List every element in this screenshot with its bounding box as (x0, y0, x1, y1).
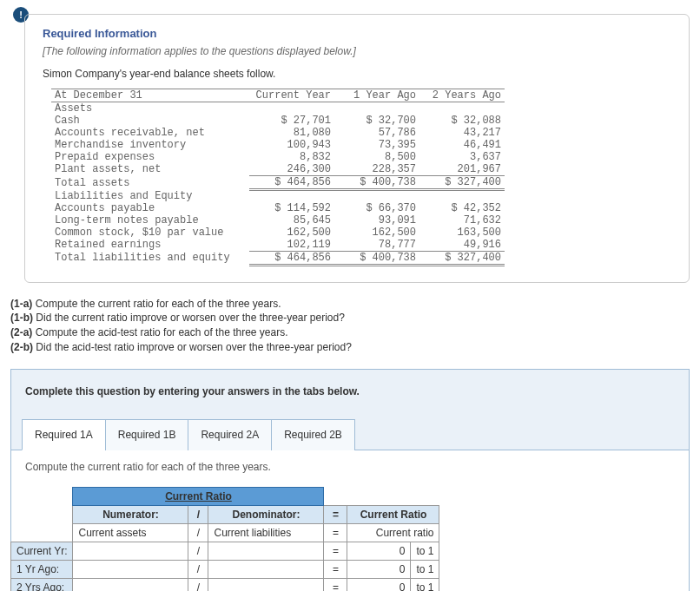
row-label: Merchandise inventory (51, 139, 249, 151)
to-1-label: to 1 (411, 542, 439, 560)
cell: 8,832 (249, 151, 334, 163)
cell: $ 327,400 (419, 251, 505, 265)
equals-cell: = (324, 523, 347, 542)
numerator-input[interactable] (73, 560, 188, 578)
denominator-input[interactable] (208, 542, 324, 560)
cell: 228,357 (334, 163, 419, 176)
row-current-yr: Current Yr: (11, 542, 73, 560)
question-1b: (1-b) Did the current ratio improve or w… (10, 311, 690, 325)
row-label: Total assets (51, 176, 249, 190)
result-label-cell: Current ratio (347, 523, 439, 542)
numerator-label-cell[interactable]: Current assets (73, 523, 188, 542)
cell: 57,786 (334, 127, 419, 139)
answer-instruction: Complete this question by entering your … (11, 385, 689, 413)
result-value: 0 (347, 578, 411, 591)
required-subtitle: [The following information applies to th… (43, 45, 671, 57)
slash-cell: / (188, 560, 208, 578)
row-label: Prepaid expenses (51, 151, 249, 163)
intro-text: Simon Company's year-end balance sheets … (43, 68, 671, 80)
cell: 201,967 (419, 163, 505, 176)
cell: $ 400,738 (334, 251, 419, 265)
result-header: Current Ratio (347, 505, 439, 523)
question-2a: (2-a) Compute the acid-test ratio for ea… (10, 325, 690, 340)
col-header: At December 31 (51, 89, 249, 102)
numerator-header: Numerator: (73, 505, 188, 523)
cell: 100,943 (249, 139, 334, 151)
balance-sheet-table: At December 31 Current Year 1 Year Ago 2… (51, 89, 505, 266)
col-header: 1 Year Ago (334, 89, 419, 102)
cell: 8,500 (334, 151, 419, 163)
ratio-title: Current Ratio (73, 487, 324, 505)
cell: 73,395 (334, 139, 419, 151)
cell: $ 66,370 (334, 202, 419, 214)
equals-cell: = (324, 578, 347, 591)
row-label: Cash (51, 115, 249, 127)
row-label: Long-term notes payable (51, 214, 249, 227)
result-value: 0 (347, 560, 411, 578)
cell: 49,916 (419, 239, 505, 252)
result-value: 0 (347, 542, 411, 560)
cell: $ 464,856 (249, 251, 334, 265)
to-1-label: to 1 (411, 578, 439, 591)
tab-bar: Required 1A Required 1B Required 2A Requ… (11, 418, 689, 450)
row-label: Plant assets, net (51, 163, 249, 176)
row-1yr-ago: 1 Yr Ago: (11, 560, 73, 578)
cell: 46,491 (419, 139, 505, 151)
cell: $ 42,352 (419, 202, 505, 214)
denominator-input[interactable] (208, 578, 324, 591)
equals-cell: = (324, 542, 347, 560)
slash-cell: / (188, 542, 208, 560)
required-title: Required Information (43, 27, 671, 40)
row-label: Retained earnings (51, 239, 249, 252)
cell: 81,080 (249, 127, 334, 139)
cell: 246,300 (249, 163, 334, 176)
cell: 163,500 (419, 227, 505, 239)
answer-pane: Complete this question by entering your … (10, 369, 690, 591)
tab-prompt: Compute the current ratio for each of th… (11, 450, 689, 473)
cell: 78,777 (334, 239, 419, 252)
cell: 3,637 (419, 151, 505, 163)
numerator-input[interactable] (73, 578, 188, 591)
cell: 102,119 (249, 239, 334, 252)
cell: $ 400,738 (334, 176, 419, 190)
cell: 162,500 (249, 227, 334, 239)
equals-header: = (324, 505, 347, 523)
question-list: (1-a) (1-a) Compute the current ratio fo… (10, 297, 690, 355)
cell: 71,632 (419, 214, 505, 227)
cell: $ 114,592 (249, 202, 334, 214)
row-2yrs-ago: 2 Yrs Ago: (11, 578, 73, 591)
row-label: Common stock, $10 par value (51, 227, 249, 239)
col-header: 2 Years Ago (419, 89, 505, 102)
cell: $ 327,400 (419, 176, 505, 190)
required-info-box: Required Information [The following info… (24, 14, 690, 283)
slash-cell: / (188, 523, 208, 542)
cell: $ 32,088 (419, 115, 505, 127)
tab-required-2a[interactable]: Required 2A (188, 419, 272, 450)
row-label: Accounts payable (51, 202, 249, 214)
to-1-label: to 1 (411, 560, 439, 578)
section-header: Liabilities and Equity (51, 190, 249, 202)
slash-cell: / (188, 578, 208, 591)
cell: $ 464,856 (249, 176, 334, 190)
cell: $ 32,700 (334, 115, 419, 127)
question-2b: (2-b) Did the acid-test ratio improve or… (10, 340, 690, 355)
tab-required-1b[interactable]: Required 1B (105, 419, 189, 450)
row-label: Accounts receivable, net (51, 127, 249, 139)
cell: 93,091 (334, 214, 419, 227)
cell: 162,500 (334, 227, 419, 239)
denominator-label-cell[interactable]: Current liabilities (208, 523, 324, 542)
col-header: Current Year (249, 89, 334, 102)
cell: 85,645 (249, 214, 334, 227)
slash-header: / (188, 505, 208, 523)
equals-cell: = (324, 560, 347, 578)
row-label: Total liabilities and equity (51, 251, 249, 265)
denominator-input[interactable] (208, 560, 324, 578)
numerator-input[interactable] (73, 542, 188, 560)
cell: $ 27,701 (249, 115, 334, 127)
denominator-header: Denominator: (208, 505, 324, 523)
tab-required-2b[interactable]: Required 2B (271, 419, 355, 450)
tab-required-1a[interactable]: Required 1A (22, 419, 106, 450)
cell: 43,217 (419, 127, 505, 139)
ratio-table: Current Ratio Numerator: / Denominator: … (10, 487, 439, 591)
question-1a: (1-a) (1-a) Compute the current ratio fo… (10, 297, 690, 312)
